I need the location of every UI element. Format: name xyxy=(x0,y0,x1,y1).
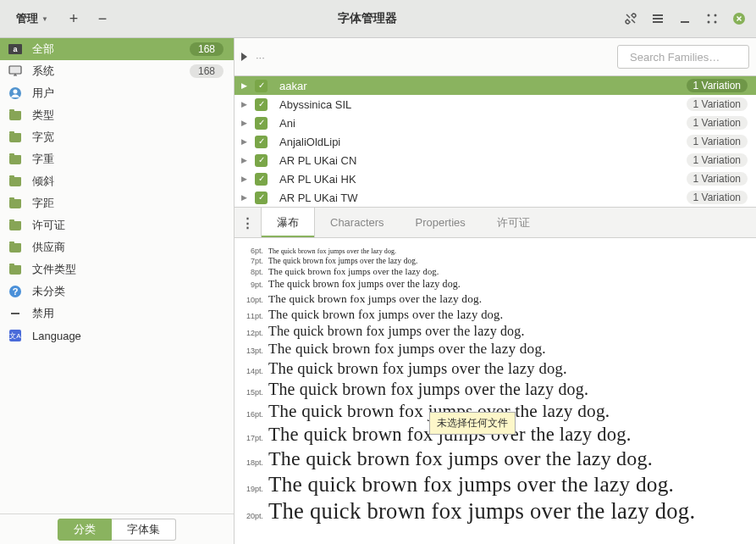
sidebar-label: 用户 xyxy=(32,86,223,101)
sidebar-item-13[interactable]: 文ALanguage xyxy=(0,325,234,347)
tab-categories[interactable]: 分类 xyxy=(58,519,112,541)
svg-rect-1 xyxy=(653,18,663,19)
preview-tabs: ⋮ 瀑布 Characters Properties 许可证 xyxy=(235,207,756,238)
expand-arrow-icon[interactable]: ▶ xyxy=(240,156,248,164)
expand-arrow-icon[interactable]: ▶ xyxy=(240,175,248,183)
kebab-icon: ⋮ xyxy=(241,215,254,230)
preview-text: The quick brown fox jumps over the lazy … xyxy=(268,267,439,276)
preview-text: The quick brown fox jumps over the lazy … xyxy=(268,324,525,339)
sidebar-item-12[interactable]: 禁用 xyxy=(0,303,234,325)
nav-forward-icon[interactable] xyxy=(241,53,247,61)
font-checkbox[interactable]: ✓ xyxy=(255,154,268,167)
sidebar-bottom-tabs: 分类 字体集 xyxy=(0,513,234,544)
svg-text:?: ? xyxy=(13,286,19,297)
sidebar-item-2[interactable]: 用户 xyxy=(0,82,234,104)
preview-text: The quick brown fox jumps over the lazy … xyxy=(268,498,695,525)
svg-point-5 xyxy=(715,14,717,17)
search-input[interactable] xyxy=(630,51,756,64)
preview-line: 15pt.The quick brown fox jumps over the … xyxy=(235,380,749,399)
preview-size-label: 15pt. xyxy=(235,388,263,397)
preview-size-label: 12pt. xyxy=(235,329,263,337)
remove-button[interactable]: − xyxy=(88,7,117,31)
preview-line: 19pt.The quick brown fox jumps over the … xyxy=(235,472,749,497)
font-variation-badge: 1 Variation xyxy=(687,79,748,92)
font-checkbox[interactable]: ✓ xyxy=(255,98,268,111)
plus-icon: + xyxy=(69,10,79,28)
preview-size-label: 6pt. xyxy=(235,247,263,255)
sidebar-item-7[interactable]: 字距 xyxy=(0,192,234,214)
sidebar-item-3[interactable]: 类型 xyxy=(0,104,234,126)
main-area: a全部168系统168用户类型字宽字重倾斜字距许可证供应商文件类型?未分类禁用文… xyxy=(0,38,756,544)
preview-line: 6pt.The quick brown fox jumps over the l… xyxy=(235,247,749,255)
expand-arrow-icon[interactable]: ▶ xyxy=(240,119,248,127)
window-title: 字体管理器 xyxy=(117,11,619,26)
add-button[interactable]: + xyxy=(59,7,88,31)
expand-arrow-icon[interactable]: ▶ xyxy=(240,193,248,202)
sidebar-item-10[interactable]: 文件类型 xyxy=(0,258,234,280)
font-checkbox[interactable]: ✓ xyxy=(255,173,268,186)
sidebar-item-1[interactable]: 系统168 xyxy=(0,60,234,82)
preview-text: The quick brown fox jumps over the lazy … xyxy=(268,308,503,322)
close-button[interactable] xyxy=(727,7,751,31)
maximize-button[interactable] xyxy=(700,7,724,31)
font-row[interactable]: ▶✓AR PL UKai HK1 Variation xyxy=(235,169,756,188)
sidebar-label: 类型 xyxy=(32,108,223,123)
preview-text: The quick brown fox jumps over the lazy … xyxy=(268,472,674,497)
preview-size-label: 9pt. xyxy=(235,280,263,289)
font-variation-badge: 1 Variation xyxy=(687,97,748,111)
minus-icon: − xyxy=(98,10,108,28)
preview-size-label: 18pt. xyxy=(235,458,263,467)
font-checkbox[interactable]: ✓ xyxy=(255,136,268,148)
sidebar-item-0[interactable]: a全部168 xyxy=(0,38,234,60)
svg-point-7 xyxy=(715,21,717,24)
preview-size-label: 11pt. xyxy=(235,312,263,320)
manage-menu-button[interactable]: 管理 ▼ xyxy=(5,7,59,31)
preview-line: 20pt.The quick brown fox jumps over the … xyxy=(235,498,749,525)
tab-properties[interactable]: Properties xyxy=(400,208,482,237)
sidebar-label: 字重 xyxy=(32,152,223,167)
tab-waterfall[interactable]: 瀑布 xyxy=(262,208,315,237)
tools-button[interactable] xyxy=(619,7,643,31)
font-checkbox[interactable]: ✓ xyxy=(255,192,268,204)
titlebar-right xyxy=(619,7,751,31)
sidebar-item-11[interactable]: ?未分类 xyxy=(0,280,234,303)
expand-arrow-icon[interactable]: ▶ xyxy=(240,100,248,108)
font-row[interactable]: ▶✓AnjaliOldLipi1 Variation xyxy=(235,132,756,151)
sidebar-label: 系统 xyxy=(32,64,179,79)
font-variation-badge: 1 Variation xyxy=(687,191,748,204)
titlebar-left: 管理 ▼ + − xyxy=(5,7,117,31)
tab-license[interactable]: 许可证 xyxy=(482,208,546,237)
font-row[interactable]: ▶✓aakar1 Variation xyxy=(235,76,756,95)
expand-arrow-icon[interactable]: ▶ xyxy=(240,81,248,90)
chevron-down-icon: ▼ xyxy=(41,15,48,23)
preview-text: The quick brown fox jumps over the lazy … xyxy=(268,292,482,306)
sidebar-item-5[interactable]: 字重 xyxy=(0,148,234,170)
preview-menu-button[interactable]: ⋮ xyxy=(235,208,262,237)
font-row[interactable]: ▶✓Abyssinica SIL1 Variation xyxy=(235,95,756,114)
font-row[interactable]: ▶✓AR PL UKai CN1 Variation xyxy=(235,151,756,169)
font-name: AR PL UKai TW xyxy=(279,192,680,204)
font-name: Ani xyxy=(279,117,680,130)
sidebar-item-4[interactable]: 字宽 xyxy=(0,126,234,148)
svg-text:文A: 文A xyxy=(9,332,21,340)
sidebar-item-9[interactable]: 供应商 xyxy=(0,236,234,258)
font-row[interactable]: ▶✓Ani1 Variation xyxy=(235,114,756,132)
sidebar-icon xyxy=(8,86,22,100)
font-name: aakar xyxy=(279,80,680,92)
tab-characters[interactable]: Characters xyxy=(315,208,400,237)
minimize-button[interactable] xyxy=(673,7,697,31)
search-box[interactable] xyxy=(617,45,749,69)
expand-arrow-icon[interactable]: ▶ xyxy=(240,137,248,146)
font-row[interactable]: ▶✓AR PL UKai TW1 Variation xyxy=(235,188,756,207)
sidebar-item-8[interactable]: 许可证 xyxy=(0,214,234,236)
tooltip: 未选择任何文件 xyxy=(429,412,516,435)
sidebar-count: 168 xyxy=(190,42,223,56)
tab-collections[interactable]: 字体集 xyxy=(112,519,176,541)
sidebar-item-6[interactable]: 倾斜 xyxy=(0,170,234,192)
font-checkbox[interactable]: ✓ xyxy=(255,117,268,130)
sidebar-icon: 文A xyxy=(8,329,22,342)
sidebar-label: 倾斜 xyxy=(32,174,223,189)
font-checkbox[interactable]: ✓ xyxy=(255,80,268,92)
preview-text: The quick brown fox jumps over the lazy … xyxy=(268,341,546,358)
hamburger-button[interactable] xyxy=(646,7,670,31)
